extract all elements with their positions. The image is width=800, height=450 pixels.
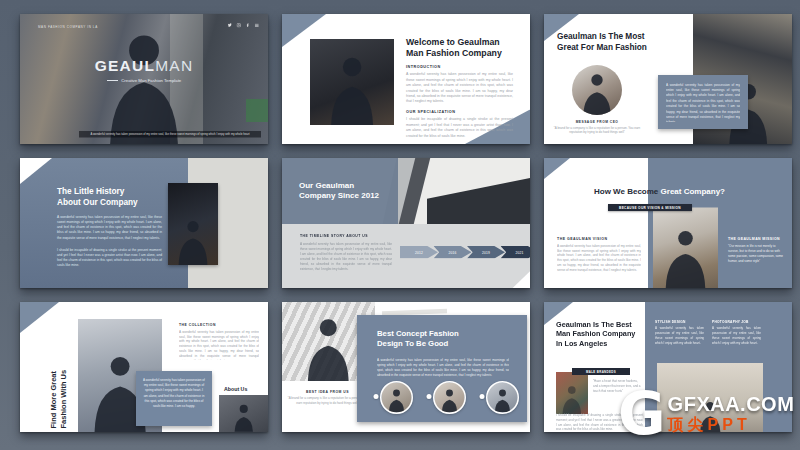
slide-thumbnail-find-more[interactable]: Find More Great Fashion With Us A wonder… bbox=[20, 302, 268, 432]
concept-panel: Best Concept Fashion Design To Be Good A… bbox=[357, 315, 527, 422]
timeline-year: 2012 bbox=[415, 251, 423, 255]
title-light-part: Great Company? bbox=[661, 187, 725, 196]
collection-heading: THE COLLECTION bbox=[179, 323, 259, 327]
slide-title: Geaulman Is The Most Great For Man Fashi… bbox=[557, 31, 647, 52]
cover-social-bar bbox=[228, 23, 260, 28]
person-silhouette bbox=[438, 387, 462, 413]
photography-job-column: PHOTOGRAPHY JOB A wonderful serenity has… bbox=[712, 320, 761, 355]
cover-title-bold: GEAUL bbox=[95, 57, 156, 75]
slide-title: Best Concept Fashion Design To Be Good bbox=[377, 328, 459, 348]
slide-title: The Little History About Our Company bbox=[57, 186, 138, 207]
vision-body: A wonderful serenity has taken possessio… bbox=[557, 243, 641, 279]
bullet-dot bbox=[374, 394, 379, 399]
timeline-heading: THE TIMELINE STORY ABOUT US bbox=[300, 234, 368, 238]
model-avatar-3[interactable] bbox=[486, 381, 519, 414]
slide-thumbnail-most-great[interactable]: Geaulman Is The Most Great For Man Fashi… bbox=[544, 14, 792, 144]
section-body-introduction: A wonderful serenity has taken possessio… bbox=[406, 72, 513, 105]
title-line: About Our Company bbox=[57, 196, 138, 206]
title-line: Man Fashion Company bbox=[406, 47, 513, 58]
about-us-heading: About Us bbox=[224, 386, 247, 392]
cover-title-light: MAN bbox=[155, 57, 193, 75]
person-silhouette bbox=[318, 51, 385, 125]
best-idea-heading: BEST IDEA FROM US bbox=[287, 390, 368, 394]
title-line: Company Since 2012 bbox=[299, 190, 379, 200]
title-line: Welcome to Geaulman bbox=[406, 36, 513, 47]
timeline-arrow-2019[interactable]: 2019 bbox=[467, 246, 505, 259]
title-line: Our Geaulman bbox=[299, 180, 379, 190]
title-line: Find More Great bbox=[49, 327, 58, 429]
slide-thumbnail-timeline[interactable]: Our Geaulman Company Since 2012 THE TIME… bbox=[282, 158, 530, 288]
cover-title: GEAULMAN bbox=[20, 58, 268, 74]
watermark-text: GFXAA.COM 顶尖PPT bbox=[668, 393, 795, 434]
ceo-avatar bbox=[572, 65, 622, 115]
cover-subtitle-row: Creative Man Fashion Template bbox=[20, 78, 268, 83]
person-silhouette bbox=[173, 194, 213, 265]
vision-mission-ribbon: BECAUSE OUR VISION & MISSION bbox=[608, 204, 692, 211]
stylish-design-heading: STYLISH DESIGN bbox=[655, 320, 704, 324]
slide-title: Welcome to Geaulman Man Fashion Company bbox=[406, 36, 513, 58]
person-silhouette bbox=[385, 387, 409, 413]
subtitle-dash bbox=[107, 80, 118, 81]
title-line: Design To Be Good bbox=[377, 338, 459, 348]
timeline-arrows: 2012 2016 2019 2021 bbox=[400, 246, 530, 259]
timeline-year: 2021 bbox=[515, 251, 523, 255]
timeline-arrow-2016[interactable]: 2016 bbox=[434, 246, 472, 259]
section-body-specialization: I should be incapable of drawing a singl… bbox=[406, 117, 513, 139]
mission-heading: THE GEAULMAN MISSION bbox=[728, 237, 784, 241]
overlay-text: A wonderful serenity has taken possessio… bbox=[666, 82, 740, 122]
model-avatar-2-wrap bbox=[433, 381, 466, 414]
title-line: In Los Angeles bbox=[556, 338, 635, 347]
model-avatar-2[interactable] bbox=[433, 381, 466, 414]
bullet-dot bbox=[480, 394, 485, 399]
photography-job-heading: PHOTOGRAPHY JOB bbox=[712, 320, 761, 324]
timeline-arrow-2012[interactable]: 2012 bbox=[400, 246, 438, 259]
slide-title: Geaulman Is The Best Man Fashion Company… bbox=[556, 320, 635, 347]
menu-icon[interactable] bbox=[255, 23, 260, 28]
slide-thumbnail-history[interactable]: The Little History About Our Company A w… bbox=[20, 158, 268, 288]
watermark-logo-g: G bbox=[618, 385, 666, 443]
facebook-icon[interactable] bbox=[246, 23, 251, 28]
stylish-design-column: STYLISH DESIGN A wonderful serenity has … bbox=[655, 320, 704, 355]
collection-body: A wonderful serenity has taken possessio… bbox=[179, 329, 259, 360]
title-line: Geaulman Is The Best bbox=[556, 320, 635, 329]
title-line: Geaulman Is The Most bbox=[557, 31, 647, 41]
vision-photo bbox=[653, 208, 718, 289]
vision-column: THE GEAULMAN VISION A wonderful serenity… bbox=[557, 237, 641, 279]
timeline-body: A wonderful serenity has taken possessio… bbox=[300, 241, 392, 280]
history-paragraph-1: A wonderful serenity has taken possessio… bbox=[57, 214, 162, 240]
slide-thumbnail-cover[interactable]: MAN FASHION COMPANY IN LA GEAULMAN Creat… bbox=[20, 14, 268, 144]
overlay-text-box: A wonderful serenity has taken possessio… bbox=[136, 371, 212, 426]
corner-accent-top-left bbox=[544, 158, 570, 179]
photography-job-body: A wonderful serenity has taken possessio… bbox=[712, 326, 761, 355]
cover-subtitle: Creative Man Fashion Template bbox=[121, 78, 181, 83]
about-us-photo bbox=[219, 395, 268, 432]
title-line: Man Fashion Company bbox=[556, 329, 635, 338]
section-heading-specialization: OUR SPECIALIZATION bbox=[406, 110, 513, 115]
best-idea-block: BEST IDEA FROM US “A brand for a company… bbox=[287, 390, 368, 406]
ceo-message-block: MESSAGE FROM CEO “A brand for a company … bbox=[553, 120, 641, 135]
floral-shirt-photo bbox=[556, 372, 588, 414]
title-line: Best Concept Fashion bbox=[377, 328, 459, 338]
stylish-design-body: A wonderful serenity has taken possessio… bbox=[655, 326, 704, 355]
title-dark-part: How We Become bbox=[594, 187, 661, 196]
title-line: The Little History bbox=[57, 186, 138, 196]
welcome-text-column: Welcome to Geaulman Man Fashion Company … bbox=[406, 36, 513, 138]
cover-caption-strip: A wonderful serenity has taken possessio… bbox=[79, 131, 261, 138]
history-paragraph-2: I should be incapable of drawing a singl… bbox=[57, 247, 162, 268]
person-silhouette bbox=[660, 219, 712, 288]
timeline-year: 2016 bbox=[448, 251, 456, 255]
person-silhouette bbox=[491, 387, 515, 413]
person-silhouette bbox=[559, 378, 585, 414]
instagram-icon[interactable] bbox=[237, 23, 242, 28]
model-avatars-row bbox=[380, 381, 519, 414]
slide-thumbnail-vision-mission[interactable]: How We Become Great Company? BECAUSE OUR… bbox=[544, 158, 792, 288]
welcome-photo bbox=[310, 39, 394, 125]
slide-thumbnail-best-concept[interactable]: BEST IDEA FROM US “A brand for a company… bbox=[282, 302, 530, 432]
slide-thumbnail-welcome[interactable]: Welcome to Geaulman Man Fashion Company … bbox=[282, 14, 530, 144]
model-avatar-1[interactable] bbox=[380, 381, 413, 414]
watermark-caption-cn: 顶尖PPT bbox=[668, 415, 795, 434]
twitter-icon[interactable] bbox=[228, 23, 233, 28]
vision-heading: THE GEAULMAN VISION bbox=[557, 237, 641, 241]
model-avatar-3-wrap bbox=[486, 381, 519, 414]
timeline-year: 2019 bbox=[482, 251, 490, 255]
